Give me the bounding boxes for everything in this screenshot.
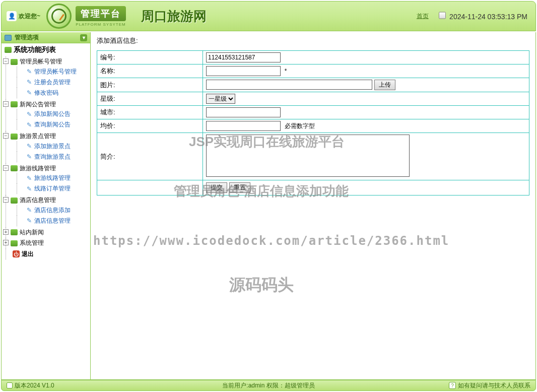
nav-group: +站内新闻 (4, 227, 90, 238)
city-input[interactable] (206, 107, 281, 117)
tree-root-label: 系统功能列表 (14, 45, 56, 54)
nav-exit: ⏻退出 (4, 249, 90, 259)
pencil-icon: ✎ (26, 175, 33, 182)
nav-group-label[interactable]: 旅游线路管理 (11, 164, 56, 173)
collapse-toggle[interactable]: − (3, 133, 9, 139)
nav-item-link[interactable]: ✎查询新闻公告 (26, 120, 71, 129)
exit-link[interactable]: ⏻退出 (13, 250, 34, 258)
footer-version-icon (7, 382, 13, 388)
nav-item-link[interactable]: ✎管理员帐号管理 (26, 68, 77, 76)
footer-user-info: 当前用户:admin 权限：超级管理员 (222, 381, 314, 390)
pencil-icon: ✎ (26, 111, 33, 118)
image-input[interactable] (206, 80, 372, 90)
logo-icon (46, 4, 72, 29)
label-price: 均价: (97, 119, 203, 133)
label-id: 编号: (97, 51, 203, 64)
folder-icon (11, 240, 18, 246)
nav-group: +系统管理 (4, 238, 90, 249)
expand-toggle[interactable]: + (3, 240, 9, 245)
folder-open-icon (5, 47, 12, 53)
hotel-form: 编号: 名称: * 图片: 上传 星级: (97, 50, 529, 195)
collapse-toggle[interactable]: − (3, 165, 9, 171)
nav-item: ✎注册会员管理 (15, 77, 90, 88)
nav-item-link[interactable]: ✎修改密码 (26, 89, 58, 97)
platform-sub: PLATFORM SYSYTEM (76, 22, 126, 27)
submit-button[interactable]: 提交 (206, 182, 227, 193)
collapse-toggle[interactable]: − (3, 101, 9, 107)
nav-group-label[interactable]: 站内新闻 (11, 228, 44, 237)
nav-item-link[interactable]: ✎线路订单管理 (26, 184, 71, 193)
expand-toggle[interactable]: + (3, 229, 9, 235)
nav-group-label[interactable]: 新闻公告管理 (11, 100, 56, 109)
datetime-display: 2024-11-24 03:53:13 PM (439, 12, 527, 21)
folder-icon (11, 59, 18, 65)
nav-group-label[interactable]: 酒店信息管理 (11, 196, 56, 205)
label-image: 图片: (97, 78, 203, 92)
nav-item: ✎添加旅游景点 (15, 141, 90, 152)
nav-item: ✎添加新闻公告 (15, 109, 90, 119)
nav-item-link[interactable]: ✎酒店信息管理 (26, 217, 71, 225)
nav-tree: −管理员帐号管理✎管理员帐号管理✎注册会员管理✎修改密码−新闻公告管理✎添加新闻… (2, 56, 90, 259)
reset-button[interactable]: 重置 (229, 182, 250, 193)
label-star: 星级: (97, 92, 203, 106)
pencil-icon: ✎ (26, 153, 33, 160)
welcome-box: 👤 欢迎您~ (7, 11, 40, 21)
clock-icon (439, 12, 446, 19)
platform-badge: 管理平台 (76, 6, 126, 21)
nav-item-link[interactable]: ✎查询旅游景点 (26, 153, 71, 161)
nav-item-link[interactable]: ✎旅游线路管理 (26, 174, 71, 182)
pencil-icon: ✎ (26, 121, 33, 128)
nav-group: −新闻公告管理✎添加新闻公告✎查询新闻公告 (4, 99, 90, 132)
footer: 版本2024 V1.0 当前用户:admin 权限：超级管理员 ? 如有疑问请与… (1, 380, 536, 391)
nav-item-link[interactable]: ✎酒店信息添加 (26, 206, 71, 215)
tree-root: 系统功能列表 (2, 43, 90, 56)
upload-button[interactable]: 上传 (374, 80, 395, 90)
star-select[interactable]: 一星级 (206, 94, 235, 104)
nav-item-link[interactable]: ✎添加新闻公告 (26, 110, 71, 118)
folder-icon (11, 101, 18, 107)
id-input[interactable] (206, 52, 281, 62)
label-desc: 简介: (97, 133, 203, 180)
footer-version: 版本2024 V1.0 (15, 381, 54, 390)
nav-item: ✎酒店信息管理 (15, 216, 90, 226)
sidebar-collapse-button[interactable]: ▾ (80, 34, 87, 41)
label-city: 城市: (97, 106, 203, 119)
pencil-icon: ✎ (26, 217, 33, 224)
sidebar: 管理选项 ▾ 系统功能列表 −管理员帐号管理✎管理员帐号管理✎注册会员管理✎修改… (1, 32, 91, 380)
page-title: 添加酒店信息: (97, 36, 529, 45)
nav-item: ✎查询新闻公告 (15, 119, 90, 130)
nav-group: −旅游线路管理✎旅游线路管理✎线路订单管理 (4, 163, 90, 195)
site-title: 周口旅游网 (141, 8, 207, 25)
nav-group-label[interactable]: 系统管理 (11, 239, 44, 247)
label-name: 名称: (97, 64, 203, 78)
nav-group: −管理员帐号管理✎管理员帐号管理✎注册会员管理✎修改密码 (4, 56, 90, 99)
nav-item-link[interactable]: ✎注册会员管理 (26, 78, 71, 87)
collapse-toggle[interactable]: − (3, 197, 9, 203)
nav-item: ✎线路订单管理 (15, 183, 90, 194)
nav-group-label[interactable]: 旅游景点管理 (11, 132, 56, 141)
footer-contact: 如有疑问请与技术人员联系 (458, 381, 530, 390)
pencil-icon: ✎ (26, 68, 33, 75)
main-content: 添加酒店信息: 编号: 名称: * 图片: 上传 星级 (91, 32, 536, 380)
pencil-icon: ✎ (26, 143, 33, 150)
nav-item: ✎酒店信息添加 (15, 205, 90, 216)
pencil-icon: ✎ (26, 79, 33, 86)
pencil-icon: ✎ (26, 185, 33, 192)
nav-group-label[interactable]: 管理员帐号管理 (11, 57, 62, 66)
pencil-icon: ✎ (26, 89, 33, 96)
price-hint: 必需数字型 (285, 122, 315, 129)
welcome-text: 欢迎您~ (19, 12, 40, 21)
name-required-hint: * (285, 68, 287, 75)
desc-textarea[interactable] (206, 135, 410, 177)
sidebar-header: 管理选项 ▾ (2, 32, 90, 43)
nav-item: ✎查询旅游景点 (15, 152, 90, 162)
home-link[interactable]: 首页 (417, 12, 429, 21)
nav-item-link[interactable]: ✎添加旅游景点 (26, 142, 71, 151)
exit-icon: ⏻ (13, 250, 20, 257)
folder-icon (11, 165, 18, 171)
name-input[interactable] (206, 66, 281, 76)
collapse-toggle[interactable]: − (3, 58, 9, 64)
nav-item: ✎管理员帐号管理 (15, 67, 90, 77)
price-input[interactable] (206, 121, 281, 131)
watermark-3: https://www.icodedock.com/article/2366.h… (93, 234, 449, 248)
